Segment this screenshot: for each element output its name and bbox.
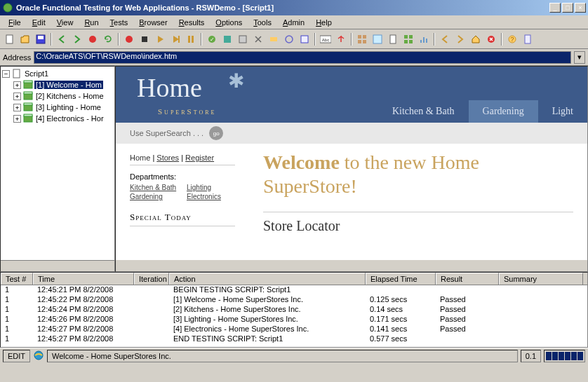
results-col-summary[interactable]: Summary (499, 273, 583, 285)
tree-expand-icon[interactable]: + (13, 93, 21, 100)
ie-icon (33, 350, 44, 362)
tree-node-1[interactable]: [2] Kitchens - Home (34, 92, 105, 100)
chart-button[interactable] (417, 32, 431, 46)
svg-rect-27 (404, 40, 408, 43)
menu-browser[interactable]: Browser (133, 17, 173, 28)
menu-help[interactable]: Help (310, 17, 338, 28)
result-row[interactable]: 112:45:24 PM 8/2/2008[2] Kitchens - Home… (1, 305, 587, 315)
doc-button[interactable] (386, 32, 400, 46)
grid-button-1[interactable] (355, 32, 369, 46)
menu-tests[interactable]: Tests (105, 17, 134, 28)
menu-view[interactable]: View (51, 17, 79, 28)
nav-back-button[interactable] (438, 32, 452, 46)
grid-button-2[interactable] (370, 32, 385, 46)
page-banner: Home ✱ SuperStore Kitchen & BathGardenin… (116, 67, 587, 123)
result-row[interactable]: 112:45:27 PM 8/2/2008[4] Electronics - H… (1, 325, 587, 334)
address-input[interactable]: C:\OracleATS\OFT\RSWDemo\index.htm (34, 51, 571, 64)
tool-button-1[interactable]: ✓ (205, 32, 219, 46)
tool-button-3[interactable] (236, 32, 250, 46)
new-script-button[interactable] (3, 32, 17, 46)
dept-link-lighting[interactable]: Lighting (187, 184, 235, 191)
status-progress (544, 350, 585, 362)
dept-link-electronics[interactable]: Electronics (187, 193, 235, 200)
svg-rect-8 (188, 36, 190, 43)
tree-expand-icon[interactable]: + (13, 115, 21, 123)
grid-button-3[interactable] (401, 32, 415, 46)
tool-button-6[interactable] (282, 32, 296, 46)
result-row[interactable]: 112:45:26 PM 8/2/2008[3] Lighting - Home… (1, 315, 587, 325)
nav-tab-gardening[interactable]: Gardening (469, 100, 538, 123)
tree-horizontal-scrollbar[interactable] (1, 260, 114, 271)
tree-expand-icon[interactable]: + (13, 81, 21, 89)
svg-rect-44 (24, 114, 32, 116)
abc-button[interactable]: Abc (319, 32, 333, 46)
arrow-up-left-button[interactable] (334, 32, 348, 46)
departments-heading: Departments: (130, 172, 235, 181)
pause-button[interactable] (184, 32, 198, 46)
tree-node-3[interactable]: [4] Electronics - Hor (34, 114, 105, 123)
tool-button-5[interactable] (267, 32, 281, 46)
nav-tab-kitchen-bath[interactable]: Kitchen & Bath (378, 100, 469, 123)
svg-text:Abc: Abc (322, 38, 329, 42)
script-tree-pane: − Script1 +[1] Welcome - Hom+[2] Kitchen… (0, 66, 115, 272)
close-button[interactable]: × (575, 3, 586, 13)
menu-results[interactable]: Results (173, 17, 211, 28)
result-row[interactable]: 112:45:27 PM 8/2/2008END TESTING SCRIPT:… (1, 334, 587, 344)
menu-admin[interactable]: Admin (277, 17, 310, 28)
svg-rect-23 (373, 35, 382, 43)
breadcrumb-register[interactable]: Register (185, 154, 214, 162)
tool-button-2[interactable] (220, 32, 234, 46)
search-placeholder[interactable]: Use SuperSearch . . . (130, 129, 203, 137)
back-button[interactable] (55, 32, 69, 46)
svg-rect-26 (409, 35, 413, 39)
results-col-action[interactable]: Action (169, 273, 366, 285)
tree-node-0[interactable]: [1] Welcome - Hom (34, 81, 103, 89)
dept-link-kitchen-bath[interactable]: Kitchen & Bath (130, 184, 178, 191)
svg-point-0 (4, 4, 12, 12)
stop-nav-button[interactable] (484, 32, 498, 46)
play-button[interactable] (153, 32, 167, 46)
record-button[interactable] (122, 32, 136, 46)
home-button[interactable] (469, 32, 483, 46)
address-dropdown-button[interactable]: ▾ (574, 51, 585, 64)
breadcrumb-stores[interactable]: Stores (156, 154, 179, 162)
open-button[interactable] (18, 32, 32, 46)
menu-tools[interactable]: Tools (248, 17, 277, 28)
result-row[interactable]: 112:45:21 PM 8/2/2008BEGIN TESTING SCRIP… (1, 285, 587, 295)
minimize-button[interactable]: _ (549, 3, 561, 13)
menu-edit[interactable]: Edit (27, 17, 51, 28)
browser-horizontal-scrollbar[interactable] (116, 260, 587, 271)
results-col-iteration[interactable]: Iteration (134, 273, 169, 285)
menu-options[interactable]: Options (210, 17, 248, 28)
tree-root-label[interactable]: Script1 (23, 69, 50, 78)
results-col-test-[interactable]: Test # (1, 273, 33, 285)
refresh-button[interactable] (101, 32, 115, 46)
results-col-elapsed-time[interactable]: Elapsed Time (366, 273, 436, 285)
svg-rect-30 (423, 37, 425, 43)
maximize-button[interactable]: □ (562, 3, 573, 13)
menu-file[interactable]: File (3, 17, 27, 28)
special-today-heading: Special Today (130, 212, 235, 226)
search-go-button[interactable]: go (209, 126, 223, 140)
svg-rect-1 (6, 35, 13, 43)
tree-node-2[interactable]: [3] Lighting - Home (34, 103, 102, 111)
save-button[interactable] (34, 32, 48, 46)
results-col-result[interactable]: Result (436, 273, 499, 285)
help-button[interactable]: ? (505, 32, 519, 46)
menu-run[interactable]: Run (79, 17, 104, 28)
stop-button[interactable] (86, 32, 100, 46)
result-row[interactable]: 112:45:22 PM 8/2/2008[1] Welcome - Home … (1, 295, 587, 305)
stop-record-button[interactable] (138, 32, 152, 46)
window-title: Oracle Functional Testing for Web Applic… (16, 4, 549, 12)
nav-fwd-button[interactable] (453, 32, 467, 46)
tree-expand-icon[interactable]: + (13, 104, 21, 111)
nav-tab-light[interactable]: Light (538, 100, 587, 123)
tree-collapse-icon[interactable]: − (2, 70, 10, 78)
dept-link-gardening[interactable]: Gardening (130, 193, 178, 200)
iterate-button[interactable] (168, 32, 182, 46)
results-col-time[interactable]: Time (33, 273, 134, 285)
info-button[interactable] (521, 32, 535, 46)
tool-button-4[interactable] (251, 32, 265, 46)
tool-button-7[interactable] (298, 32, 312, 46)
forward-button[interactable] (70, 32, 84, 46)
